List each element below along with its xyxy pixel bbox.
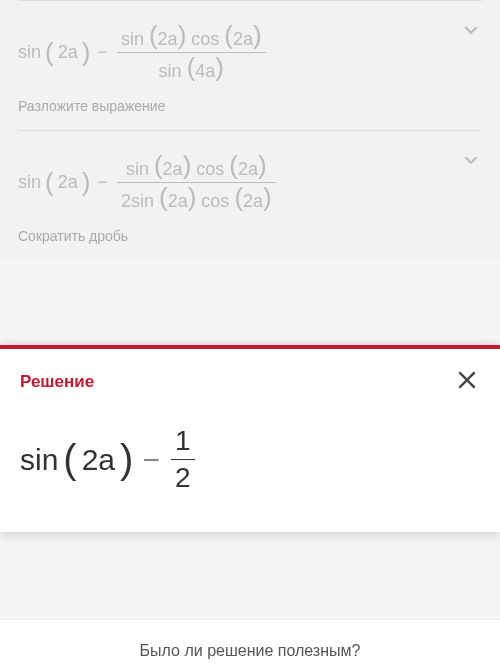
solution-header: Решение bbox=[0, 349, 500, 405]
arg: 2a bbox=[233, 29, 253, 49]
paren-close: ) bbox=[120, 439, 133, 479]
fn-cos: cos bbox=[196, 159, 224, 179]
arg: 2a bbox=[243, 191, 263, 211]
close-icon[interactable] bbox=[454, 367, 480, 397]
fn-cos: cos bbox=[191, 29, 219, 49]
coef: 2 bbox=[121, 191, 131, 211]
paren-open: ( bbox=[45, 39, 54, 65]
solution-step: sin ( 2a ) − sin (2a) cos (2a) 2sin (2a)… bbox=[18, 130, 482, 260]
paren-close: ) bbox=[82, 39, 91, 65]
fraction: sin (2a) cos (2a) 2sin (2a) cos (2a) bbox=[117, 151, 276, 214]
fraction: sin (2a) cos (2a) sin (4a) bbox=[117, 21, 266, 84]
arg: 2a bbox=[168, 191, 188, 211]
denominator: 2 bbox=[171, 460, 195, 496]
chevron-down-icon[interactable] bbox=[460, 19, 482, 45]
feedback-question: Было ли решение полезным? bbox=[140, 642, 361, 659]
math-expression: sin ( 2a ) − sin (2a) cos (2a) sin (4a) bbox=[18, 21, 482, 84]
arg: 2a bbox=[58, 42, 78, 63]
fn-cos: cos bbox=[201, 191, 229, 211]
fn-sin: sin bbox=[126, 159, 149, 179]
math-expression: sin ( 2a ) − sin (2a) cos (2a) 2sin (2a)… bbox=[18, 151, 482, 214]
arg: 2a bbox=[158, 29, 178, 49]
minus-sign: − bbox=[97, 172, 108, 193]
step-hint: Разложите выражение bbox=[18, 98, 482, 114]
arg: 2a bbox=[238, 159, 258, 179]
minus-sign: − bbox=[142, 443, 160, 477]
solution-expression: sin ( 2a ) − 1 2 bbox=[0, 405, 500, 532]
arg: 4a bbox=[195, 61, 215, 81]
fn-sin: sin bbox=[159, 61, 182, 81]
solution-step: sin ( 2a ) − sin (2a) cos (2a) sin (4a) … bbox=[18, 0, 482, 130]
arg: 2a bbox=[58, 172, 78, 193]
numerator: 1 bbox=[171, 423, 195, 459]
fraction: 1 2 bbox=[171, 423, 195, 496]
fn-sin: sin bbox=[131, 191, 154, 211]
fn-sin: sin bbox=[18, 42, 41, 63]
fn-sin: sin bbox=[20, 443, 58, 477]
steps-container: sin ( 2a ) − sin (2a) cos (2a) sin (4a) … bbox=[0, 0, 500, 260]
fn-sin: sin bbox=[18, 172, 41, 193]
chevron-down-icon[interactable] bbox=[460, 149, 482, 175]
fn-sin: sin bbox=[121, 29, 144, 49]
arg: 2a bbox=[82, 443, 115, 477]
feedback-prompt: Было ли решение полезным? bbox=[0, 619, 500, 670]
step-hint: Сократить дробь bbox=[18, 228, 482, 244]
paren-open: ( bbox=[63, 439, 76, 479]
minus-sign: − bbox=[97, 42, 108, 63]
arg: 2a bbox=[163, 159, 183, 179]
solution-card: Решение sin ( 2a ) − 1 2 bbox=[0, 345, 500, 532]
solution-title: Решение bbox=[20, 372, 94, 392]
